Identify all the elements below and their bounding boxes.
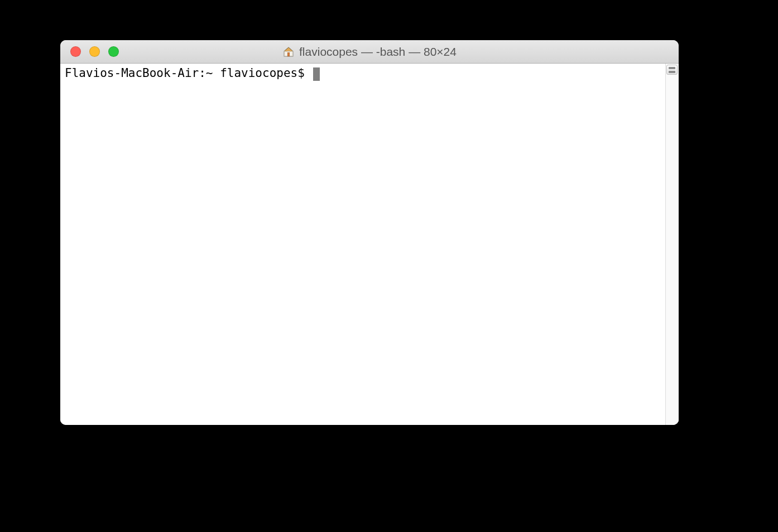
close-button[interactable]	[70, 46, 81, 57]
svg-rect-1	[287, 52, 289, 56]
terminal-body: Flavios-MacBook-Air:~ flaviocopes$	[60, 64, 679, 425]
titlebar[interactable]: flaviocopes — -bash — 80×24	[60, 40, 679, 64]
window-title: flaviocopes — -bash — 80×24	[299, 45, 457, 59]
scrollbar[interactable]	[665, 64, 679, 425]
terminal-content[interactable]: Flavios-MacBook-Air:~ flaviocopes$	[60, 64, 665, 425]
scroll-indicator-icon[interactable]	[666, 65, 678, 75]
shell-prompt: Flavios-MacBook-Air:~ flaviocopes$	[65, 66, 312, 80]
traffic-lights	[60, 46, 119, 57]
minimize-button[interactable]	[89, 46, 100, 57]
home-icon	[282, 46, 295, 58]
title-content: flaviocopes — -bash — 80×24	[60, 45, 679, 59]
cursor	[313, 67, 320, 81]
svg-rect-0	[284, 51, 293, 56]
terminal-window: flaviocopes — -bash — 80×24 Flavios-MacB…	[60, 40, 679, 425]
zoom-button[interactable]	[108, 46, 119, 57]
